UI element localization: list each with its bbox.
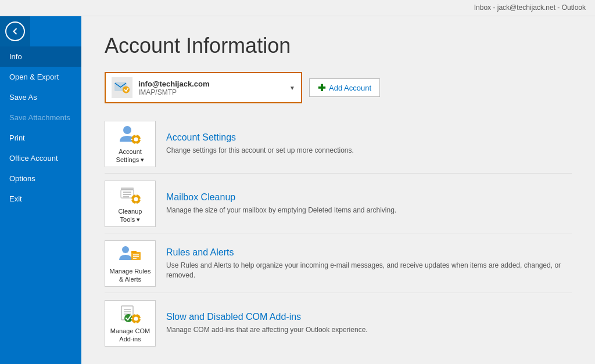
svg-rect-18	[131, 199, 132, 200]
sidebar-nav: Info Open & Export Save As Save Attachme…	[0, 46, 81, 364]
back-circle-icon	[5, 21, 25, 41]
cleanup-tools-icon	[119, 184, 142, 205]
app-body: Info Open & Export Save As Save Attachme…	[0, 16, 595, 364]
manage-rules-title: Rules and Alerts	[166, 247, 572, 258]
svg-rect-33	[135, 313, 137, 315]
svg-rect-35	[131, 318, 132, 319]
account-selector-row: info@techijack.com IMAP/SMTP ▼ ✚ Add Acc…	[105, 72, 572, 103]
cleanup-tools-desc: Manage the size of your mailbox by empty…	[166, 206, 572, 215]
svg-point-20	[122, 246, 129, 253]
cleanup-tools-text: Mailbox Cleanup Manage the size of your …	[166, 192, 572, 215]
sidebar-item-print[interactable]: Print	[0, 128, 81, 148]
action-item-manage-com: Manage COMAdd-ins Slow and Disabled COM …	[105, 294, 572, 352]
cleanup-tools-button[interactable]: CleanupTools ▾	[105, 181, 156, 227]
account-dropdown[interactable]: info@techijack.com IMAP/SMTP ▼	[105, 72, 302, 103]
svg-rect-7	[131, 139, 132, 140]
account-info: info@techijack.com IMAP/SMTP	[138, 80, 279, 96]
svg-rect-21	[131, 252, 141, 260]
manage-com-button[interactable]: Manage COMAdd-ins	[105, 300, 156, 347]
manage-com-btn-label: Manage COMAdd-ins	[110, 327, 150, 344]
svg-rect-36	[139, 318, 141, 319]
svg-rect-8	[139, 139, 141, 140]
sidebar-item-save-attachments: Save Attachments	[0, 107, 81, 128]
manage-com-icon	[119, 304, 142, 325]
account-icon-box	[112, 77, 132, 98]
action-item-manage-rules: Manage Rules& Alerts Rules and Alerts Us…	[105, 235, 572, 293]
back-button[interactable]	[0, 16, 30, 46]
svg-rect-19	[139, 199, 141, 200]
sidebar-item-exit[interactable]: Exit	[0, 189, 81, 209]
dropdown-arrow-icon: ▼	[285, 85, 295, 91]
account-settings-desc: Change settings for this account or set …	[166, 146, 572, 156]
manage-rules-button[interactable]: Manage Rules& Alerts	[105, 240, 156, 287]
add-account-label: Add Account	[329, 84, 371, 92]
svg-point-1	[123, 86, 130, 93]
manage-rules-btn-label: Manage Rules& Alerts	[110, 267, 151, 284]
sidebar-item-options[interactable]: Options	[0, 168, 81, 189]
sidebar-item-info[interactable]: Info	[0, 46, 81, 67]
manage-rules-icon	[119, 244, 142, 265]
manage-rules-text: Rules and Alerts Use Rules and Alerts to…	[166, 247, 572, 280]
svg-point-32	[134, 316, 138, 320]
title-text: Inbox - jack@techijack.net - Outlook	[474, 3, 586, 12]
page-title: Account Information	[105, 34, 572, 58]
account-settings-button[interactable]: AccountSettings ▾	[105, 121, 156, 167]
cleanup-tools-btn-label: CleanupTools ▾	[119, 207, 142, 224]
account-settings-title: Account Settings	[166, 132, 572, 143]
manage-com-text: Slow and Disabled COM Add-ins Manage COM…	[166, 312, 572, 335]
svg-rect-22	[131, 251, 137, 253]
svg-point-4	[134, 137, 138, 141]
plus-icon: ✚	[318, 82, 325, 93]
svg-point-2	[123, 126, 131, 134]
sidebar-item-open-export[interactable]: Open & Export	[0, 67, 81, 87]
svg-rect-5	[135, 134, 137, 136]
add-account-button[interactable]: ✚ Add Account	[309, 78, 380, 97]
sidebar-item-office-account[interactable]: Office Account	[0, 148, 81, 168]
account-settings-text: Account Settings Change settings for thi…	[166, 132, 572, 156]
sidebar-item-save-as[interactable]: Save As	[0, 87, 81, 107]
svg-rect-17	[135, 203, 137, 204]
action-item-account-settings: AccountSettings ▾ Account Settings Chang…	[105, 115, 572, 174]
cleanup-tools-title: Mailbox Cleanup	[166, 192, 572, 203]
account-settings-btn-label: AccountSettings ▾	[116, 147, 145, 164]
account-type: IMAP/SMTP	[138, 88, 279, 96]
title-bar: Inbox - jack@techijack.net - Outlook	[0, 0, 595, 16]
svg-rect-6	[135, 143, 137, 145]
svg-point-15	[134, 197, 138, 201]
sidebar: Info Open & Export Save As Save Attachme…	[0, 16, 81, 364]
account-email: info@techijack.com	[138, 80, 279, 88]
manage-rules-desc: Use Rules and Alerts to help organize yo…	[166, 261, 572, 280]
svg-rect-16	[135, 194, 137, 196]
account-settings-icon	[119, 124, 142, 145]
main-content: Account Information info@techijack.com I…	[81, 16, 595, 364]
action-items: AccountSettings ▾ Account Settings Chang…	[105, 115, 572, 352]
svg-rect-34	[135, 322, 137, 324]
manage-com-desc: Manage COM add-ins that are affecting yo…	[166, 325, 572, 335]
action-item-cleanup-tools: CleanupTools ▾ Mailbox Cleanup Manage th…	[105, 175, 572, 233]
manage-com-title: Slow and Disabled COM Add-ins	[166, 312, 572, 322]
